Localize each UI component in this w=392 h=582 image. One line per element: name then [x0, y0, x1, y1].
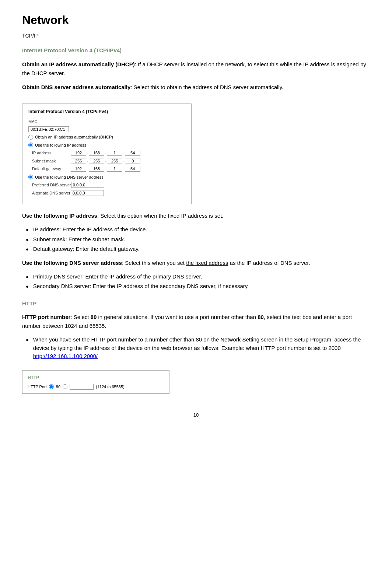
ip-octet-2[interactable]	[89, 150, 104, 156]
radio-dns-row[interactable]: Use the following DNS server address	[28, 174, 185, 180]
mac-row: MAC	[28, 119, 185, 125]
pref-dns-label: Preferred DNS server	[32, 182, 71, 188]
dhcp-paragraph: Obtain an IP address automatically (DHCP…	[22, 60, 370, 78]
dhcp-bold: Obtain an IP address automatically (DHCP…	[22, 61, 135, 67]
alt-dns-label: Alternate DNS server	[32, 190, 71, 196]
ip-address-row: IP address · · ·	[28, 150, 185, 156]
page-number: 10	[22, 411, 370, 419]
ip-label: IP address	[32, 150, 71, 156]
gateway-label: Default gateway	[32, 166, 71, 172]
dns-auto-rest: : Select this to obtain the address of D…	[130, 84, 283, 90]
ip-octet-3[interactable]	[107, 150, 122, 156]
bullet-gateway: Default gateway: Enter the default gatew…	[26, 245, 370, 253]
subnet-octet-4[interactable]	[125, 158, 140, 164]
fixed-ip-rest: : Select this option when the fixed IP a…	[97, 213, 223, 219]
http-rest2: in general situations. If you want to us…	[97, 314, 258, 320]
http-port-80: 80	[56, 384, 60, 390]
bullet-subnet: Subnet mask: Enter the subnet mask.	[26, 235, 370, 244]
http-port-paragraph: HTTP port number: Select 80 in general s…	[22, 313, 370, 330]
http-bold: HTTP port number	[22, 314, 70, 320]
http-port-label: HTTP Port	[28, 384, 47, 390]
http-radio-custom[interactable]	[63, 384, 67, 389]
mac-label: MAC	[28, 119, 67, 125]
mac-input[interactable]	[28, 126, 69, 132]
radio-dhcp-label: Obtain an IP address automatically (DHCP…	[35, 134, 113, 140]
fixed-dns-paragraph: Use the following DNS server address: Se…	[22, 259, 370, 267]
radio-fixed-ip-label: Use the following IP address	[35, 142, 86, 148]
gateway-octet-3[interactable]	[107, 166, 122, 172]
subnet-octet-1[interactable]	[71, 158, 86, 164]
dns-bullet-list: Primary DNS server: Enter the IP address…	[22, 273, 370, 291]
bullet-primary-dns: Primary DNS server: Enter the IP address…	[26, 273, 370, 281]
subnet-octet-2[interactable]	[89, 158, 104, 164]
fixed-dns-bold: Use the following DNS server address	[22, 260, 122, 266]
radio-fixed-ip-row[interactable]: Use the following IP address	[28, 142, 185, 148]
mac-value-row	[28, 126, 185, 132]
http-bold3: 80	[258, 314, 264, 320]
dns-auto-paragraph: Obtain DNS server address automatically:…	[22, 83, 370, 92]
radio-dns-label: Use the following DNS server address	[35, 174, 104, 180]
http-rest1: : Select	[70, 314, 90, 320]
http-heading: HTTP	[22, 299, 370, 308]
radio-dns[interactable]	[28, 175, 33, 179]
fixed-ip-paragraph: Use the following IP address: Select thi…	[22, 211, 370, 220]
ip-octet-1[interactable]	[71, 150, 86, 156]
alt-dns-input[interactable]	[71, 190, 104, 196]
gateway-octet-2[interactable]	[89, 166, 104, 172]
http-bullet-text: When you have set the HTTP port number t…	[33, 336, 370, 361]
subnet-row: Subnet mask · · ·	[28, 158, 185, 164]
pref-dns-input[interactable]	[71, 182, 104, 188]
pref-dns-row: Preferred DNS server	[28, 182, 185, 188]
http-link[interactable]: http://192.168.1.100:2000/	[33, 353, 98, 359]
ui-box-title: Internet Protocol Version 4 (TCP/IPv4)	[28, 108, 185, 115]
fixed-ip-bold: Use the following IP address	[22, 213, 97, 219]
gateway-row: Default gateway · · ·	[28, 166, 185, 172]
http-radio-80[interactable]	[49, 384, 54, 389]
http-bullet-item: When you have set the HTTP port number t…	[26, 336, 370, 361]
http-port-hint: (1124 to 65535)	[96, 384, 125, 390]
ip-octet-4[interactable]	[125, 150, 140, 156]
page-title: Network	[22, 11, 370, 29]
radio-dhcp[interactable]	[28, 135, 33, 140]
fixed-dns-underline: the fixed address	[186, 260, 228, 266]
alt-dns-row: Alternate DNS server	[28, 190, 185, 196]
fixed-dns-rest2: as the IP address of DNS server.	[228, 260, 310, 266]
http-ui-title: HTTP	[28, 374, 164, 381]
http-ui-box: HTTP HTTP Port 80 (1124 to 65535)	[22, 370, 169, 394]
http-port-row: HTTP Port 80 (1124 to 65535)	[28, 384, 164, 390]
ipv4-heading: Internet Protocol Version 4 (TCP/IPv4)	[22, 46, 370, 55]
http-port-custom-input[interactable]	[70, 384, 94, 390]
gateway-octet-4[interactable]	[125, 166, 140, 172]
tcpip-link[interactable]: TCP/IP	[22, 32, 39, 40]
ip-bullet-list: IP address: Enter the IP address of the …	[22, 225, 370, 253]
radio-fixed-ip[interactable]	[28, 143, 33, 147]
bullet-ip: IP address: Enter the IP address of the …	[26, 225, 370, 234]
radio-dhcp-row[interactable]: Obtain an IP address automatically (DHCP…	[28, 134, 185, 140]
subnet-label: Subnet mask	[32, 158, 71, 164]
dns-auto-bold: Obtain DNS server address automatically	[22, 84, 130, 90]
fixed-dns-rest1: : Select this when you set	[122, 260, 186, 266]
http-bullet-list: When you have set the HTTP port number t…	[22, 336, 370, 361]
gateway-octet-1[interactable]	[71, 166, 86, 172]
subnet-octet-3[interactable]	[107, 158, 122, 164]
bullet-secondary-dns: Secondary DNS server: Enter the IP addre…	[26, 282, 370, 291]
http-bold2: 80	[91, 314, 97, 320]
ipv4-ui-box: Internet Protocol Version 4 (TCP/IPv4) M…	[22, 104, 192, 204]
